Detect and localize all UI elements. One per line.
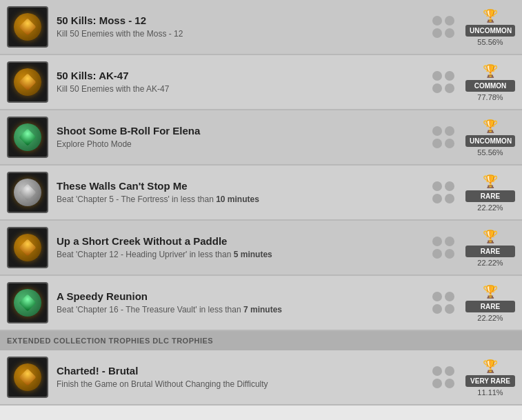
trophy-title: 50 Kills: AK-47 bbox=[57, 70, 421, 81]
trophy-info: 50 Kills: AK-47 Kill 50 Enemies with the… bbox=[57, 70, 421, 95]
trophy-icon bbox=[7, 227, 48, 268]
trophy-list: 50 Kills: Moss - 12 Kill 50 Enemies with… bbox=[0, 0, 522, 406]
trophy-title: These Walls Can't Stop Me bbox=[57, 180, 421, 192]
dot bbox=[445, 139, 454, 148]
trophy-icon bbox=[7, 61, 48, 103]
desc-highlight: 5 minutes bbox=[234, 250, 272, 259]
trophy-icon bbox=[7, 282, 48, 323]
rarity-badge: UNCOMMON bbox=[465, 25, 515, 37]
percent-value: 55.56% bbox=[465, 38, 515, 46]
rarity-badge: RARE bbox=[465, 190, 515, 202]
trophy-info: A Speedy Reunion Beat 'Chapter 16 - The … bbox=[57, 290, 421, 316]
desc-highlight: 7 minutes bbox=[243, 305, 282, 314]
rarity-badge: UNCOMMON bbox=[465, 135, 515, 147]
trophy-badge: 🏆 RARE 22.22% bbox=[465, 229, 515, 267]
dot bbox=[445, 194, 454, 203]
trophy-title: 50 Kills: Moss - 12 bbox=[57, 14, 421, 26]
table-row: These Walls Can't Stop Me Beat 'Chapter … bbox=[0, 166, 522, 221]
trophy-icon bbox=[7, 117, 48, 158]
dot bbox=[445, 249, 454, 259]
trophy-badge: 🏆 UNCOMMON 55.56% bbox=[465, 8, 515, 46]
desc-highlight: 10 minutes bbox=[216, 194, 259, 204]
dot bbox=[432, 126, 442, 136]
trophy-info: 50 Kills: Moss - 12 Kill 50 Enemies with… bbox=[57, 14, 421, 40]
trophy-cup-icon: 🏆 bbox=[465, 63, 515, 79]
percent-value: 11.11% bbox=[465, 388, 515, 397]
trophy-dots bbox=[432, 71, 454, 93]
trophy-cup-icon: 🏆 bbox=[465, 284, 515, 299]
trophy-cup-icon: 🏆 bbox=[465, 8, 515, 23]
trophy-cup-icon: 🏆 bbox=[465, 174, 515, 189]
dot bbox=[432, 379, 442, 388]
dot bbox=[432, 366, 442, 376]
rarity-badge: RARE bbox=[465, 246, 515, 257]
dot bbox=[432, 16, 442, 26]
trophy-desc: Kill 50 Enemies with the Moss - 12 bbox=[57, 28, 421, 40]
trophy-desc: Finish the Game on Brutal Without Changi… bbox=[57, 379, 421, 390]
percent-value: 55.56% bbox=[465, 148, 515, 157]
rarity-badge: COMMON bbox=[465, 80, 515, 92]
table-row: Shoot Some B-Roll For Elena Explore Phot… bbox=[0, 110, 522, 166]
dot bbox=[445, 71, 454, 81]
trophy-dots bbox=[432, 16, 454, 38]
trophy-info: These Walls Can't Stop Me Beat 'Chapter … bbox=[57, 180, 421, 206]
trophy-icon bbox=[7, 172, 48, 213]
trophy-cup-icon: 🏆 bbox=[465, 119, 515, 134]
trophy-cup-icon: 🏆 bbox=[465, 359, 515, 374]
trophy-info: Shoot Some B-Roll For Elena Explore Phot… bbox=[57, 125, 421, 150]
trophy-badge: 🏆 RARE 22.22% bbox=[465, 284, 515, 322]
trophy-dots bbox=[432, 366, 454, 388]
dot bbox=[445, 292, 454, 301]
trophy-badge: 🏆 VERY RARE 11.11% bbox=[465, 359, 515, 397]
dot bbox=[432, 83, 442, 93]
trophy-desc: Explore Photo Mode bbox=[57, 139, 421, 150]
trophy-info: Charted! - Brutal Finish the Game on Bru… bbox=[57, 365, 421, 390]
table-row: 50 Kills: AK-47 Kill 50 Enemies with the… bbox=[0, 55, 522, 110]
dot bbox=[432, 237, 442, 246]
trophy-desc: Beat 'Chapter 16 - The Treasure Vault' i… bbox=[57, 304, 421, 316]
dot bbox=[432, 249, 442, 259]
trophy-badge: 🏆 COMMON 77.78% bbox=[465, 63, 515, 101]
trophy-title: Charted! - Brutal bbox=[57, 365, 421, 377]
dot bbox=[445, 181, 454, 191]
trophy-dots bbox=[432, 126, 454, 148]
dot bbox=[445, 366, 454, 376]
trophy-title: A Speedy Reunion bbox=[57, 290, 421, 302]
trophy-info: Up a Short Creek Without a Paddle Beat '… bbox=[57, 235, 421, 261]
dot bbox=[432, 71, 442, 81]
table-row: Up a Short Creek Without a Paddle Beat '… bbox=[0, 221, 522, 276]
dot bbox=[432, 139, 442, 148]
percent-value: 77.78% bbox=[465, 93, 515, 101]
table-row: A Speedy Reunion Beat 'Chapter 16 - The … bbox=[0, 276, 522, 331]
trophy-title: Up a Short Creek Without a Paddle bbox=[57, 235, 421, 247]
dot bbox=[432, 181, 442, 191]
dot bbox=[445, 126, 454, 136]
trophy-badge: 🏆 RARE 22.22% bbox=[465, 174, 515, 212]
trophy-dots bbox=[432, 181, 454, 203]
trophy-desc: Beat 'Chapter 5 - The Fortress' in less … bbox=[57, 194, 421, 206]
section-header: EXTENDED COLLECTION TROPHIES DLC TROPHIE… bbox=[0, 331, 522, 350]
trophy-desc: Kill 50 Enemies with the AK-47 bbox=[57, 83, 421, 95]
dot bbox=[432, 28, 442, 38]
trophy-cup-icon: 🏆 bbox=[465, 229, 515, 244]
percent-value: 22.22% bbox=[465, 259, 515, 267]
trophy-badge: 🏆 UNCOMMON 55.56% bbox=[465, 119, 515, 157]
rarity-badge: RARE bbox=[465, 301, 515, 312]
table-row: Charted! - Brutal Finish the Game on Bru… bbox=[0, 350, 522, 406]
dot bbox=[432, 304, 442, 314]
rarity-badge: VERY RARE bbox=[465, 375, 515, 387]
percent-value: 22.22% bbox=[465, 314, 515, 322]
trophy-desc: Beat 'Chapter 12 - Heading Upriver' in l… bbox=[57, 249, 421, 261]
trophy-dots bbox=[432, 292, 454, 314]
trophy-icon bbox=[7, 357, 48, 398]
dot bbox=[445, 83, 454, 93]
trophy-title: Shoot Some B-Roll For Elena bbox=[57, 125, 421, 137]
dot bbox=[445, 16, 454, 26]
dot bbox=[432, 292, 442, 301]
percent-value: 22.22% bbox=[465, 203, 515, 212]
table-row: 50 Kills: Moss - 12 Kill 50 Enemies with… bbox=[0, 0, 522, 55]
trophy-dots bbox=[432, 237, 454, 259]
dot bbox=[445, 237, 454, 246]
dot bbox=[445, 304, 454, 314]
dot bbox=[445, 28, 454, 38]
